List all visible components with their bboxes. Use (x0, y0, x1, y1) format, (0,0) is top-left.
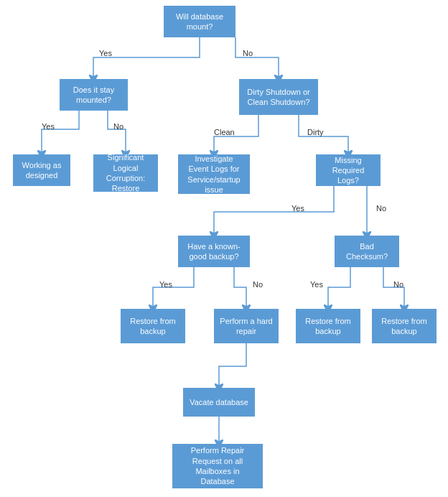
flowchart: Will database mount? Does it stay mounte… (0, 0, 448, 497)
box-hard-repair: Perform a hard repair (214, 309, 279, 343)
label-no2: No (113, 122, 123, 131)
label-yes3: Yes (291, 204, 304, 213)
box-missing-logs: Missing Required Logs? (316, 154, 381, 186)
label-clean: Clean (214, 128, 235, 136)
label-no4: No (253, 280, 263, 289)
label-yes2: Yes (42, 122, 55, 131)
box-known-good: Have a known-good backup? (178, 236, 250, 267)
box-investigate: Investigate Event Logs for Service/start… (178, 154, 250, 194)
label-no1: No (243, 49, 253, 57)
box-working: Working as designed (13, 154, 70, 186)
label-yes1: Yes (99, 49, 112, 57)
label-yes4: Yes (159, 280, 172, 289)
label-dirty: Dirty (307, 128, 324, 136)
label-no3: No (376, 204, 386, 213)
box-dirty-clean: Dirty Shutdown or Clean Shutdown? (239, 79, 318, 115)
box-vacate: Vacate database (183, 388, 255, 417)
label-no5: No (393, 280, 403, 289)
box-restore1: Restore from backup (121, 309, 185, 343)
box-repair-request: Perform Repair Request on all Mailboxes … (172, 444, 263, 488)
box-sig-logical: Significant Logical Corruption: Restore (93, 154, 158, 192)
box-restore2: Restore from backup (296, 309, 360, 343)
box-bad-checksum: Bad Checksum? (335, 236, 399, 267)
label-yes5: Yes (310, 280, 323, 289)
box-will-db-mount: Will database mount? (164, 6, 235, 37)
box-does-stay-mounted: Does it stay mounted? (60, 79, 128, 111)
box-restore3: Restore from backup (372, 309, 437, 343)
